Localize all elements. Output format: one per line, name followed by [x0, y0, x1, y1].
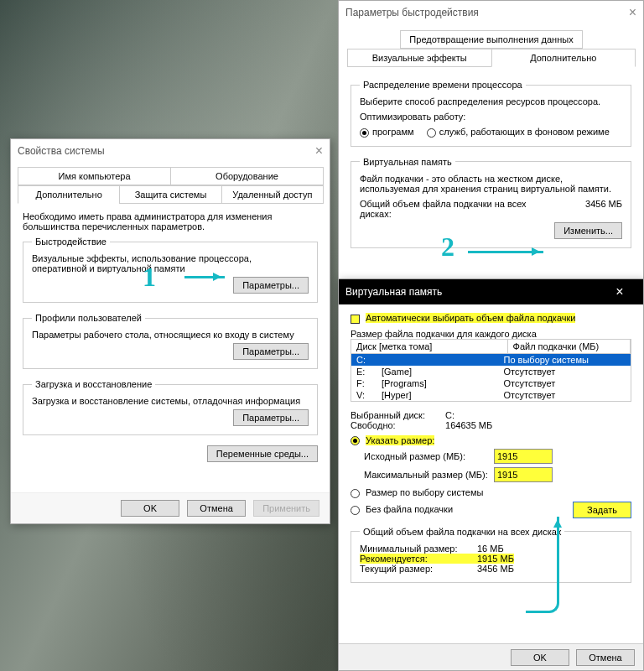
- ok-button[interactable]: OK: [121, 500, 179, 517]
- cur-value: 3456 МБ: [477, 564, 514, 574]
- radio-programs-label: программ: [372, 127, 414, 137]
- auto-manage-row[interactable]: Автоматически выбирать объем файла подка…: [351, 313, 631, 324]
- titlebar: Виртуальная память ×: [339, 279, 643, 304]
- tab-advanced[interactable]: Дополнительно: [18, 185, 120, 204]
- tab-computer-name[interactable]: Имя компьютера: [18, 167, 171, 185]
- initial-size-input[interactable]: [494, 449, 553, 464]
- close-icon[interactable]: ×: [603, 280, 636, 304]
- titlebar: Свойства системы ×: [11, 139, 330, 163]
- startup-legend: Загрузка и восстановление: [32, 379, 155, 389]
- vmem-total-value: 3456 МБ: [585, 199, 622, 219]
- env-vars-button[interactable]: Переменные среды...: [207, 445, 318, 462]
- rec-value: 1915 МБ: [477, 554, 514, 564]
- vmem-total-label: Общий объем файла подкачки на всех диска…: [360, 199, 544, 219]
- radio-custom-size[interactable]: [351, 436, 360, 445]
- selected-drive-label: Выбранный диск:: [351, 410, 443, 420]
- cpu-legend: Распределение времени процессора: [360, 80, 526, 90]
- performance-legend: Быстродействие: [32, 237, 110, 247]
- performance-group: Быстродействие Визуальные эффекты, испол…: [23, 237, 318, 303]
- list-item[interactable]: E: [Game] Отсутствует: [351, 366, 631, 377]
- radio-no-pagefile[interactable]: [351, 506, 360, 515]
- tab-system-protection[interactable]: Защита системы: [119, 185, 221, 204]
- annotation-arrow-up: [526, 517, 559, 613]
- list-item[interactable]: F: [Programs] Отсутствует: [351, 377, 631, 389]
- vmem-text: Файл подкачки - это область на жестком д…: [360, 174, 622, 194]
- radio-programs[interactable]: [360, 128, 369, 138]
- max-size-input[interactable]: [494, 467, 553, 482]
- radio-services[interactable]: [427, 128, 436, 138]
- ok-button[interactable]: OK: [511, 649, 569, 666]
- tab-advanced[interactable]: Дополнительно: [491, 49, 636, 67]
- performance-settings-button[interactable]: Параметры...: [233, 277, 309, 294]
- cpu-group: Распределение времени процессора Выберит…: [351, 80, 631, 147]
- list-item[interactable]: C: По выбору системы: [351, 354, 631, 366]
- rec-label: Рекомендуется:: [360, 554, 477, 564]
- radio-custom-size-label: Указать размер:: [366, 435, 434, 445]
- drive-list-header: Диск [метка тома] Файл подкачки (МБ): [351, 339, 631, 354]
- intro-text: Необходимо иметь права администратора дл…: [23, 211, 318, 231]
- tab-visual-effects[interactable]: Визуальные эффекты: [347, 49, 492, 67]
- free-value: 164635 МБ: [445, 420, 492, 430]
- cancel-button[interactable]: Отмена: [187, 500, 246, 517]
- radio-system-managed-label: Размер по выбору системы: [366, 487, 483, 497]
- performance-text: Визуальные эффекты, использование процес…: [32, 253, 309, 273]
- startup-text: Загрузка и восстановление системы, отлад…: [32, 396, 309, 406]
- profiles-text: Параметры рабочего стола, относящиеся ко…: [32, 330, 309, 340]
- profiles-settings-button[interactable]: Параметры...: [233, 343, 309, 360]
- close-icon[interactable]: ×: [629, 1, 636, 24]
- window-title: Виртуальная память: [345, 280, 442, 304]
- tab-dep[interactable]: Предотвращение выполнения данных: [400, 30, 582, 49]
- min-label: Минимальный размер:: [360, 544, 477, 554]
- free-label: Свободно:: [351, 420, 443, 430]
- auto-manage-label: Автоматически выбирать объем файла подка…: [366, 313, 575, 323]
- radio-system-managed[interactable]: [351, 489, 360, 498]
- dialog-buttons: OK Отмена: [339, 643, 643, 670]
- list-item[interactable]: V: [Hyper] Отсутствует: [351, 389, 631, 401]
- cancel-button[interactable]: Отмена: [576, 649, 635, 666]
- titlebar: Параметры быстродействия ×: [339, 1, 643, 24]
- cpu-optimize-label: Оптимизировать работу:: [360, 112, 622, 122]
- radio-services-label: служб, работающих в фоновом режиме: [439, 127, 610, 137]
- profiles-group: Профили пользователей Параметры рабочего…: [23, 313, 318, 369]
- annotation-arrow-2: [468, 251, 543, 253]
- drive-list[interactable]: C: По выбору системы E: [Game] Отсутству…: [351, 354, 631, 402]
- vmem-change-button[interactable]: Изменить...: [554, 222, 622, 239]
- vmem-group: Виртуальная память Файл подкачки - это о…: [351, 157, 631, 248]
- initial-size-label: Исходный размер (МБ):: [364, 451, 494, 461]
- system-properties-dialog: Свойства системы × Имя компьютера Оборуд…: [10, 138, 330, 524]
- profiles-legend: Профили пользователей: [32, 313, 145, 323]
- tab-remote[interactable]: Удаленный доступ: [221, 185, 324, 204]
- cpu-text: Выберите способ распределения ресурсов п…: [360, 96, 622, 107]
- close-icon[interactable]: ×: [315, 139, 323, 163]
- startup-group: Загрузка и восстановление Загрузка и вос…: [23, 379, 318, 435]
- apply-button[interactable]: Применить: [253, 500, 319, 517]
- startup-settings-button[interactable]: Параметры...: [233, 409, 309, 426]
- max-size-label: Максимальный размер (МБ):: [364, 470, 494, 480]
- set-button[interactable]: Задать: [573, 502, 631, 518]
- annotation-arrow-1: [184, 276, 225, 278]
- radio-no-pagefile-label: Без файла подкачки: [366, 504, 453, 514]
- col-drive: Диск [метка тома]: [351, 340, 508, 353]
- tab-hardware[interactable]: Оборудование: [170, 167, 324, 185]
- vmem-legend: Виртуальная память: [360, 157, 455, 167]
- window-title: Свойства системы: [18, 139, 105, 163]
- virtual-memory-dialog: Виртуальная память × Автоматически выбир…: [338, 278, 644, 671]
- min-value: 16 МБ: [477, 544, 504, 554]
- window-title: Параметры быстродействия: [345, 1, 479, 24]
- size-per-drive-label: Размер файла подкачки для каждого диска: [351, 329, 631, 339]
- col-pagefile: Файл подкачки (МБ): [508, 340, 631, 353]
- auto-manage-checkbox[interactable]: [351, 315, 360, 324]
- total-pagefile-group: Общий объем файла подкачки на всех диска…: [351, 527, 631, 583]
- cur-label: Текущий размер:: [360, 564, 477, 574]
- selected-drive-value: C:: [445, 410, 454, 420]
